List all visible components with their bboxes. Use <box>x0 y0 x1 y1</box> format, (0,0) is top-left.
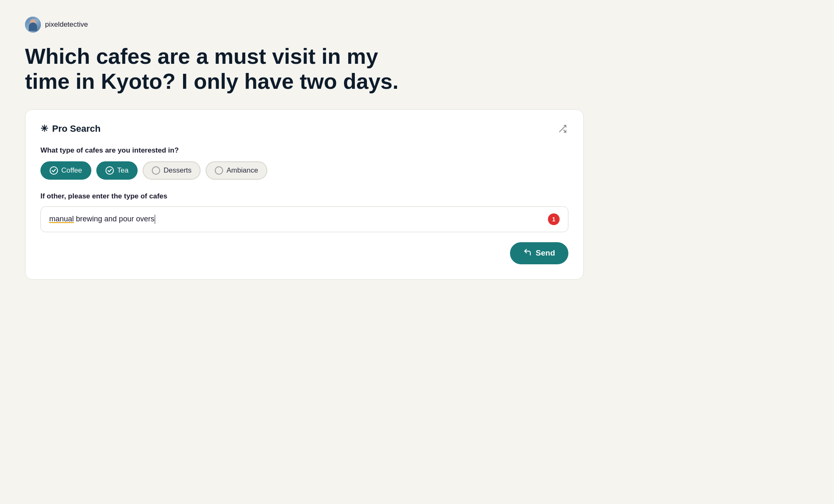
main-question: Which cafes are a must visit in my time … <box>25 44 400 94</box>
check-icon-tea <box>106 166 114 175</box>
input-display-text: manual brewing and pour overs <box>49 215 548 224</box>
send-button[interactable]: Send <box>510 242 568 264</box>
shuffle-icon[interactable] <box>557 123 568 135</box>
option-coffee-label: Coffee <box>61 166 82 175</box>
send-icon <box>523 248 532 258</box>
cafe-question-label: What type of cafes are you interested in… <box>40 146 568 155</box>
option-desserts[interactable]: Desserts <box>143 161 201 180</box>
option-coffee[interactable]: Coffee <box>40 161 91 180</box>
option-ambiance[interactable]: Ambiance <box>206 161 267 180</box>
text-input-wrapper: manual brewing and pour overs 1 <box>40 206 568 232</box>
user-header: pixeldetective <box>25 17 809 33</box>
underlined-text: manual <box>49 215 74 223</box>
options-row: Coffee Tea Desserts Ambiance <box>40 161 568 180</box>
option-tea[interactable]: Tea <box>96 161 138 180</box>
circle-icon-desserts <box>152 166 160 175</box>
option-desserts-label: Desserts <box>163 166 191 175</box>
circle-icon-ambiance <box>215 166 223 175</box>
pro-search-label: Pro Search <box>52 123 100 134</box>
check-icon-coffee <box>50 166 58 175</box>
option-tea-label: Tea <box>117 166 128 175</box>
username: pixeldetective <box>45 20 88 29</box>
send-row: Send <box>40 242 568 264</box>
sparkle-icon: ✳ <box>40 123 48 134</box>
pro-search-card: ✳ Pro Search What type of cafes are you … <box>25 109 584 280</box>
option-ambiance-label: Ambiance <box>226 166 258 175</box>
send-label: Send <box>536 248 555 258</box>
avatar <box>25 17 41 33</box>
pro-search-title: ✳ Pro Search <box>40 123 100 134</box>
card-header: ✳ Pro Search <box>40 123 568 135</box>
other-label: If other, please enter the type of cafes <box>40 192 568 201</box>
input-badge: 1 <box>548 213 560 225</box>
